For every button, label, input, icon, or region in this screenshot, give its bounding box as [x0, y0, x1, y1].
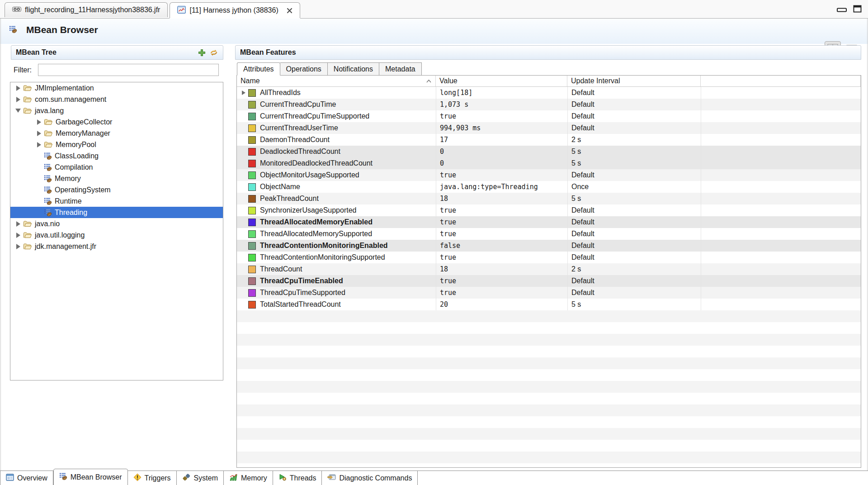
editor-tab-label: flight_recording_11Harnessjython38836.jf…: [25, 6, 160, 14]
tree-item-label: MemoryPool: [56, 141, 96, 149]
column-header-value[interactable]: Value: [436, 76, 567, 86]
folder-icon: [44, 141, 53, 148]
folder-icon: [23, 96, 32, 103]
attribute-update-interval: Default: [567, 169, 701, 181]
attribute-row-threadallocatedmemoryenabled[interactable]: ThreadAllocatedMemoryEnabledtrueDefault: [237, 216, 861, 228]
bottom-tab-system[interactable]: System: [177, 471, 224, 485]
attribute-row-deadlockedthreadcount[interactable]: DeadlockedThreadCount05 s: [237, 146, 861, 157]
tree-item-memory[interactable]: Memory: [10, 173, 223, 184]
attribute-name: ObjectMonitorUsageSupported: [260, 171, 359, 179]
chevron-right-icon[interactable]: [36, 142, 42, 147]
chevron-right-icon[interactable]: [36, 131, 42, 136]
attribute-row-threadcontentionmonitoringsupported[interactable]: ThreadContentionMonitoringSupportedtrueD…: [237, 252, 861, 263]
tab-attributes[interactable]: Attributes: [237, 62, 280, 76]
bottom-tab-threads[interactable]: Threads: [273, 471, 322, 485]
tree-item-jdk-management-jfr[interactable]: jdk.management.jfr: [10, 241, 223, 252]
tree-item-java-nio[interactable]: java.nio: [10, 218, 223, 229]
chevron-right-icon[interactable]: [15, 86, 21, 91]
attribute-row-daemonthreadcount[interactable]: DaemonThreadCount172 s: [237, 134, 861, 146]
window-controls: [837, 5, 862, 14]
tree-item-threading[interactable]: Threading: [10, 207, 223, 218]
bottom-tab-mbean-browser[interactable]: MBean Browser: [53, 469, 128, 485]
attribute-extra-cell: [701, 240, 861, 252]
tree-item-compilation[interactable]: Compilation: [10, 162, 223, 173]
bottom-tab-label: MBean Browser: [71, 473, 122, 481]
tree-item-runtime[interactable]: Runtime: [10, 195, 223, 207]
bottom-tab-triggers[interactable]: Triggers: [128, 471, 177, 485]
refresh-button[interactable]: [209, 49, 218, 57]
attribute-name: PeakThreadCount: [260, 195, 319, 203]
tree-item-memorypool[interactable]: MemoryPool: [10, 139, 223, 150]
attribute-row-peakthreadcount[interactable]: PeakThreadCount185 s: [237, 193, 861, 204]
attributes-table-header: Name Value Update Interval: [237, 76, 861, 87]
add-mbean-button[interactable]: [198, 49, 206, 57]
tree-item-java-util-logging[interactable]: java.util.logging: [10, 229, 223, 241]
attribute-row-totalstartedthreadcount[interactable]: TotalStartedThreadCount205 s: [237, 299, 861, 310]
tree-item-classloading[interactable]: ClassLoading: [10, 150, 223, 162]
attribute-name: SynchronizerUsageSupported: [260, 206, 356, 214]
filter-input[interactable]: [38, 64, 219, 76]
sort-ascending-icon: [426, 79, 432, 83]
close-icon[interactable]: [287, 8, 292, 14]
bottom-tab-diagnostic-commands[interactable]: Diagnostic Commands: [322, 471, 418, 485]
chevron-down-icon[interactable]: [15, 109, 21, 113]
tree-item-jmimplementation[interactable]: JMImplementation: [10, 82, 223, 94]
bottom-tab-overview[interactable]: Overview: [0, 471, 53, 485]
chevron-right-icon[interactable]: [15, 97, 21, 102]
attribute-extra-cell: [701, 110, 861, 122]
attribute-row-currentthreadcputimesupported[interactable]: CurrentThreadCpuTimeSupportedtrueDefault: [237, 110, 861, 122]
attribute-extra-cell: [701, 122, 861, 134]
chevron-right-icon[interactable]: [15, 221, 21, 227]
column-header-name[interactable]: Name: [237, 76, 436, 86]
tree-item-java-lang[interactable]: java.lang: [10, 105, 223, 116]
column-header-interval[interactable]: Update Interval: [567, 76, 701, 86]
attribute-row-threadallocatedmemorysupported[interactable]: ThreadAllocatedMemorySupportedtrueDefaul…: [237, 228, 861, 240]
attribute-value: true: [436, 287, 567, 299]
tree-item-label: Threading: [55, 209, 87, 217]
tree-item-label: jdk.management.jfr: [35, 242, 96, 251]
attribute-name-cell: MonitoredDeadlockedThreadCount: [237, 157, 436, 169]
attribute-row-threadcontentionmonitoringenabled[interactable]: ThreadContentionMonitoringEnabledfalseDe…: [237, 240, 861, 252]
tree-item-garbagecollector[interactable]: GarbageCollector: [10, 116, 223, 128]
attribute-row-threadcputimesupported[interactable]: ThreadCpuTimeSupportedtrueDefault: [237, 287, 861, 299]
tab-notifications[interactable]: Notifications: [328, 62, 379, 76]
attribute-color-chip: [248, 301, 256, 309]
attribute-name: CurrentThreadCpuTime: [260, 100, 336, 109]
attribute-color-chip: [248, 124, 256, 132]
tab-operations[interactable]: Operations: [280, 62, 328, 76]
attribute-row-allthreadids[interactable]: AllThreadIdslong[18]Default: [237, 87, 861, 99]
attribute-name: ThreadContentionMonitoringSupported: [260, 253, 385, 262]
attribute-row-objectname[interactable]: ObjectNamejava.lang:type=ThreadingOnce: [237, 181, 861, 193]
tree-item-operatingsystem[interactable]: OperatingSystem: [10, 184, 223, 195]
mbean-icon: [44, 175, 52, 182]
attribute-row-threadcount[interactable]: ThreadCount182 s: [237, 263, 861, 275]
maximize-icon[interactable]: [853, 5, 862, 14]
attribute-name-cell: ThreadCount: [237, 263, 436, 275]
chevron-right-icon[interactable]: [15, 233, 21, 238]
attribute-row-threadcputimeenabled[interactable]: ThreadCpuTimeEnabledtrueDefault: [237, 275, 861, 287]
tree-item-memorymanager[interactable]: MemoryManager: [10, 128, 223, 139]
attribute-row-monitoreddeadlockedthreadcount[interactable]: MonitoredDeadlockedThreadCount05 s: [237, 157, 861, 169]
bottom-tab-memory[interactable]: Memory: [224, 471, 273, 485]
filter-label: Filter:: [14, 66, 32, 74]
editor-tab[interactable]: flight_recording_11Harnessjython38836.jf…: [5, 2, 168, 17]
attribute-row-synchronizerusagesupported[interactable]: SynchronizerUsageSupportedtrueDefault: [237, 204, 861, 216]
tree-item-com-sun-management[interactable]: com.sun.management: [10, 94, 223, 105]
attribute-row-currentthreadusertime[interactable]: CurrentThreadUserTime994,903 msDefault: [237, 122, 861, 134]
tab-metadata[interactable]: Metadata: [379, 62, 422, 76]
attribute-value: true: [436, 228, 567, 240]
minimize-icon[interactable]: [837, 6, 847, 14]
attribute-row-currentthreadcputime[interactable]: CurrentThreadCpuTime1,073 sDefault: [237, 99, 861, 110]
attribute-color-chip: [248, 266, 256, 273]
editor-tab[interactable]: [11] Harness jython (38836): [170, 2, 300, 18]
attribute-name: ThreadCpuTimeEnabled: [260, 277, 343, 285]
attribute-row-objectmonitorusagesupported[interactable]: ObjectMonitorUsageSupportedtrueDefault: [237, 169, 861, 181]
attribute-value: 20: [436, 299, 567, 310]
mbean-icon: [44, 163, 52, 171]
attribute-name-cell: DaemonThreadCount: [237, 134, 436, 146]
chevron-right-icon[interactable]: [15, 244, 21, 249]
bottom-tab-label: Diagnostic Commands: [339, 474, 412, 482]
chevron-right-icon[interactable]: [36, 119, 42, 125]
chevron-right-icon[interactable]: [240, 90, 247, 95]
empty-table-area: [237, 310, 861, 468]
